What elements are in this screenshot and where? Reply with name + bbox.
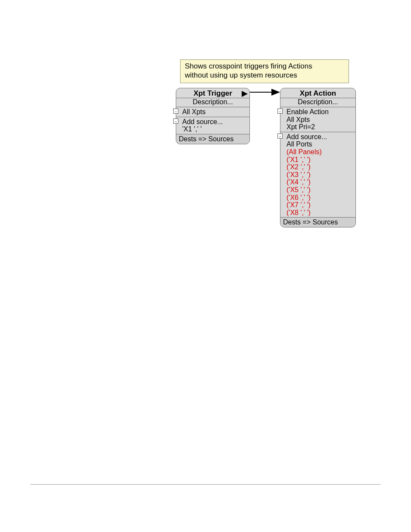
dests-sources-row[interactable]: Dests => Sources bbox=[176, 134, 249, 144]
xpt-action-node[interactable]: Xpt Action Description... - Enable Actio… bbox=[280, 88, 356, 227]
section-enable-action[interactable]: - Enable Action All Xpts Xpt Pri=2 bbox=[280, 107, 355, 132]
section-line: All Xpts bbox=[286, 116, 355, 124]
source-entry: ('X2 ',' ') bbox=[286, 163, 355, 171]
page-divider bbox=[30, 484, 381, 485]
section-line: All Xpts bbox=[182, 108, 249, 116]
node-description[interactable]: Description... bbox=[280, 98, 355, 107]
note-line: Shows crosspoint triggers firing Actions bbox=[185, 62, 344, 71]
xpt-trigger-node[interactable]: Xpt Trigger Description... - All Xpts - … bbox=[176, 88, 250, 144]
source-entry: ('X3 ',' ') bbox=[286, 171, 355, 179]
collapse-toggle-icon[interactable]: - bbox=[277, 109, 283, 114]
section-all-xpts[interactable]: - All Xpts bbox=[176, 107, 249, 117]
source-entry: ('X6 ',' ') bbox=[286, 194, 355, 202]
output-port-icon[interactable] bbox=[242, 91, 248, 97]
section-line: All Ports bbox=[286, 140, 355, 148]
collapse-toggle-icon[interactable]: - bbox=[173, 109, 178, 114]
source-entry: (All Panels) bbox=[286, 148, 355, 156]
section-line: Add source... bbox=[182, 118, 249, 126]
source-entry: ('X4 ',' ') bbox=[286, 178, 355, 186]
node-title: Xpt Action bbox=[280, 88, 355, 98]
collapse-toggle-icon[interactable]: - bbox=[277, 134, 283, 139]
section-add-source[interactable]: - Add source... 'X1 ',' ' bbox=[176, 117, 249, 134]
section-line: Xpt Pri=2 bbox=[286, 123, 355, 131]
node-description[interactable]: Description... bbox=[176, 98, 249, 107]
source-entry: ('X7 ',' ') bbox=[286, 201, 355, 209]
source-entries: (All Panels)('X1 ',' ')('X2 ',' ')('X3 '… bbox=[286, 148, 355, 216]
section-add-source[interactable]: - Add source... All Ports (All Panels)('… bbox=[280, 132, 355, 218]
collapse-toggle-icon[interactable]: - bbox=[173, 118, 178, 124]
dests-sources-row[interactable]: Dests => Sources bbox=[280, 218, 355, 227]
section-line: Enable Action bbox=[286, 108, 355, 116]
source-entry: ('X8 ',' ') bbox=[286, 209, 355, 217]
source-entry: ('X1 ',' ') bbox=[286, 156, 355, 164]
svg-marker-2 bbox=[242, 91, 248, 97]
section-line: 'X1 ',' ' bbox=[182, 125, 249, 133]
node-title: Xpt Trigger bbox=[176, 88, 249, 98]
source-entry: ('X5 ',' ') bbox=[286, 186, 355, 194]
note-line: without using up system resources bbox=[185, 71, 344, 80]
info-note: Shows crosspoint triggers firing Actions… bbox=[180, 59, 349, 83]
section-line: Add source... bbox=[286, 133, 355, 141]
